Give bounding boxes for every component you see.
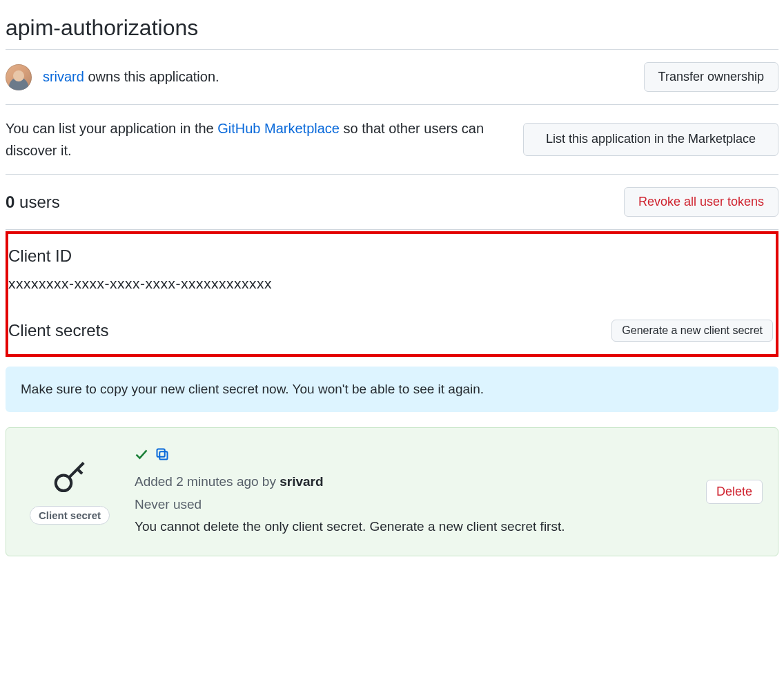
secret-icon-row [135,446,689,468]
delete-secret-button[interactable]: Delete [706,480,763,504]
copy-icon[interactable] [155,446,169,468]
owner-text: srivard owns this application. [43,69,219,85]
client-secrets-row: Client secrets Generate a new client sec… [8,320,773,342]
secret-added-time: 2 minutes ago [176,474,258,489]
secret-left: Client secret [21,460,118,525]
client-id-label: Client ID [8,246,773,266]
client-secrets-label: Client secrets [8,321,108,340]
owner-row: srivard owns this application. Transfer … [6,50,778,104]
marketplace-row: You can list your application in the Git… [6,105,778,174]
mp-text-before: You can list your application in the [6,121,217,136]
secret-right: Delete [706,480,763,504]
avatar[interactable] [6,64,32,90]
key-icon [51,460,88,499]
revoke-tokens-button[interactable]: Revoke all user tokens [624,187,778,217]
marketplace-text: You can list your application in the Git… [6,117,509,162]
secret-added: Added 2 minutes ago by srivard [135,471,689,493]
check-icon [135,446,148,468]
highlight-box: Client ID xxxxxxxx-xxxx-xxxx-xxxx-xxxxxx… [6,231,778,357]
marketplace-link[interactable]: GitHub Marketplace [217,121,340,136]
secret-usage: Never used [135,494,689,516]
svg-rect-2 [157,449,165,457]
secret-added-prefix: Added [135,474,176,489]
generate-client-secret-button[interactable]: Generate a new client secret [611,320,773,342]
svg-rect-1 [159,451,167,459]
secret-added-by-prefix: by [259,474,280,489]
owner-link[interactable]: srivard [43,69,84,84]
owner-info: srivard owns this application. [6,64,219,90]
users-count: 0 users [6,193,60,212]
divider [6,229,778,230]
list-marketplace-button[interactable]: List this application in the Marketplace [523,123,778,155]
users-count-number: 0 [6,193,14,211]
transfer-ownership-button[interactable]: Transfer ownership [644,62,778,92]
page-title: apim-authorizations [6,15,778,41]
client-secret-badge: Client secret [30,506,110,525]
copy-secret-alert: Make sure to copy your new client secret… [6,367,778,412]
secret-details: Added 2 minutes ago by srivard Never use… [135,446,689,538]
client-secret-item: Client secret Added 2 minutes ago by sri… [6,427,778,556]
secret-delete-note: You cannot delete the only client secret… [135,516,689,538]
owner-suffix: owns this application. [84,69,219,84]
secret-added-by: srivard [280,474,323,489]
users-count-label: users [14,193,59,211]
users-row: 0 users Revoke all user tokens [6,175,778,229]
client-id-value: xxxxxxxx-xxxx-xxxx-xxxx-xxxxxxxxxxxx [8,275,773,292]
